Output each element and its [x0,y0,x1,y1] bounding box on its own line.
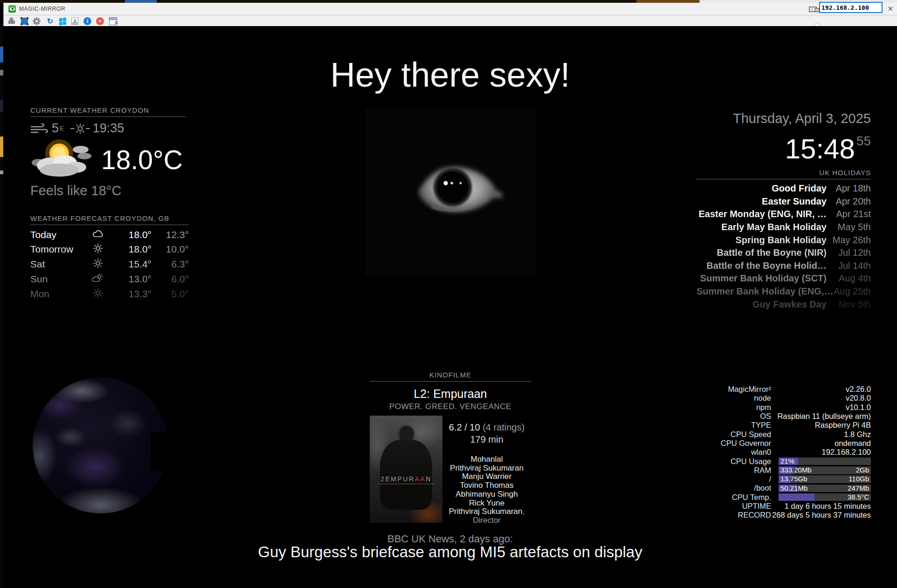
desktop-icon-fragment [0,137,3,157]
director-line: Prithviraj Sukumaran, Director [442,507,531,525]
cast-member: Prithviraj Sukumaran [442,464,531,473]
desktop-icon-fragment [0,171,3,174]
boot-disk-row: /boot 50.21Mb 247Mb [717,484,871,492]
stat-row: TYPERaspberry Pi 4B [717,421,871,430]
forecast-row: Mon 13.3° 5.0° [30,287,189,301]
movie-poster: 2EMPURAAN [370,416,442,523]
cloud-icon [82,228,114,242]
movie-runtime: 179 min [442,434,531,445]
wind-icon [30,123,48,134]
movie-title: L2: Empuraan [370,387,531,401]
holiday-row: Early May Bank HolidayMay 5th [697,221,871,234]
weather-forecast-module: WEATHER FORECAST CROYDON, GB Today 18.0°… [30,214,189,301]
cpu-temp-row: CPU Temp. 38.5°C [717,493,871,502]
boot-disk-bar: 50.21Mb 247Mb [779,485,871,492]
uptime-row: UPTIME1 day 6 hours 15 minutes [717,502,871,511]
root-disk-bar: 13.75Gb 110Gb [779,475,871,483]
title-bar[interactable]: MAGIC-MIRROR ✕ [4,3,897,15]
feels-like: Feels like 18°C [30,183,186,198]
record-row: RECORD268 days 5 hours 37 minutes [717,511,871,520]
weather-detail-row: 5E 19:35 [30,121,186,136]
close-button[interactable]: ✕ [883,3,897,15]
windows-logo-icon[interactable] [59,17,67,25]
sun-cloud-icon [82,272,114,287]
compliment-text: Hey there sexy! [3,55,897,95]
stat-row: wlan0192.168.2.100 [717,448,871,457]
settings-gear-icon[interactable] [33,17,41,25]
forecast-row: Tomorrow 18.0° 10.0° [30,242,189,257]
forecast-row: Sat 15.4° 6.3° [30,257,189,272]
wind-direction: E [60,125,64,132]
eye-illustration [365,108,536,276]
holiday-row: Good FridayApr 18th [697,182,871,195]
ram-bar: 333.20Mb 2Gb [779,466,871,474]
sun-behind-clouds-icon [30,137,97,183]
holiday-row: Guy Fawkes DayNov 5th [697,298,871,311]
desktop-left-sliver [0,26,3,588]
stat-row: OSRaspbian 11 (bullseye arm) [717,412,871,421]
refresh-icon[interactable]: ↻ [46,17,54,25]
kinofilme-module: KINOFILME L2: Empuraan POWER. GREED. VEN… [370,371,531,525]
fullscreen-icon[interactable] [21,17,28,25]
time-text: 15:48 [785,133,855,164]
current-weather-header: CURRENT WEATHER CROYDON [30,106,186,117]
poster-figure [400,426,414,442]
address-input[interactable] [819,2,883,13]
sun-icon [82,287,114,301]
magic-mirror-window: MAGIC-MIRROR ✕ [0,0,897,588]
holiday-row: Easter Monday (ENG, NIR, …Apr 21st [697,208,871,221]
current-temp-row: 18.0°C [30,137,186,183]
holidays-header: UK HOLIDAYS [697,169,871,179]
forecast-row: Today 18.0° 12.3° [30,228,189,242]
holiday-row: Summer Bank Holiday (ENG,…Aug 25th [697,285,871,298]
cast-member: Tovino Thomas [442,481,531,490]
sun-icon [82,242,114,257]
forecast-row: Sun 13.0° 6.0° [30,272,189,287]
sunset-icon [70,123,90,135]
window-chrome: MAGIC-MIRROR ✕ [3,3,897,26]
desktop-icon-fragment [0,47,3,62]
eye-camera-image [365,108,536,276]
window-title: MAGIC-MIRROR [19,6,65,12]
stat-row: nodev20.8.0 [717,394,871,403]
stat-row: CPU Speed1.8 Ghz [717,430,871,438]
poster-figure [380,440,432,510]
current-temperature: 18.0°C [101,144,183,175]
seconds-text: 55 [856,134,871,148]
cast-member: Manju Warrier [442,472,531,481]
movie-tagline: POWER. GREED. VENGEANCE [370,402,531,411]
desktop-icon-fragment [0,100,3,112]
kill-window-icon[interactable]: × [109,17,117,25]
ram-row: RAM 333.20Mb 2Gb [717,466,871,475]
forecast-header: WEATHER FORECAST CROYDON, GB [30,214,189,225]
toolbar: ↻ a i × × [4,15,897,26]
date-text: Thursday, April 3, 2025 [733,111,871,126]
close-red-icon[interactable]: × [96,17,104,25]
kinofilme-header: KINOFILME [370,371,531,382]
globe-missing-tile [151,432,179,470]
cpu-temp-bar: 38.5°C [779,493,871,501]
root-disk-row: / 13.75Gb 110Gb [717,475,871,484]
info-icon[interactable]: i [83,17,91,25]
cpu-usage-bar: 21% [779,458,871,465]
display-icon[interactable] [809,6,820,13]
stat-row: npmv10.1.0 [717,403,871,412]
cast-member: Rick Yune [442,499,531,508]
file-a-icon[interactable]: a [71,17,79,25]
poster-title-text: 2EMPURAAN [370,475,442,483]
holiday-row: Battle of the Boyne Holid…Jul 14th [697,260,871,273]
desktop-icon-fragment [0,70,3,75]
cpu-usage-row: CPU Usage 21% [717,457,871,465]
news-headline: Guy Burgess's briefcase among MI5 artefa… [3,543,897,561]
uk-holidays-module: UK HOLIDAYS Good FridayApr 18th Easter S… [697,169,871,311]
holiday-row: Battle of the Boyne (NIR)Jul 12th [697,246,871,260]
current-weather-module: CURRENT WEATHER CROYDON 5E [30,106,186,198]
blocks-icon[interactable] [8,17,16,25]
cast-member: Mohanlal [442,455,531,464]
cast-member: Abhimanyu Singh [442,490,531,499]
clock-module: Thursday, April 3, 2025 15:4855 [733,111,871,164]
movie-rating: 6.2 / 10 (4 ratings) [442,422,531,433]
poster-title-underline [378,484,434,484]
magic-mirror-screen: Hey there sexy! [3,26,897,588]
magic-mirror-app-icon [8,5,16,13]
